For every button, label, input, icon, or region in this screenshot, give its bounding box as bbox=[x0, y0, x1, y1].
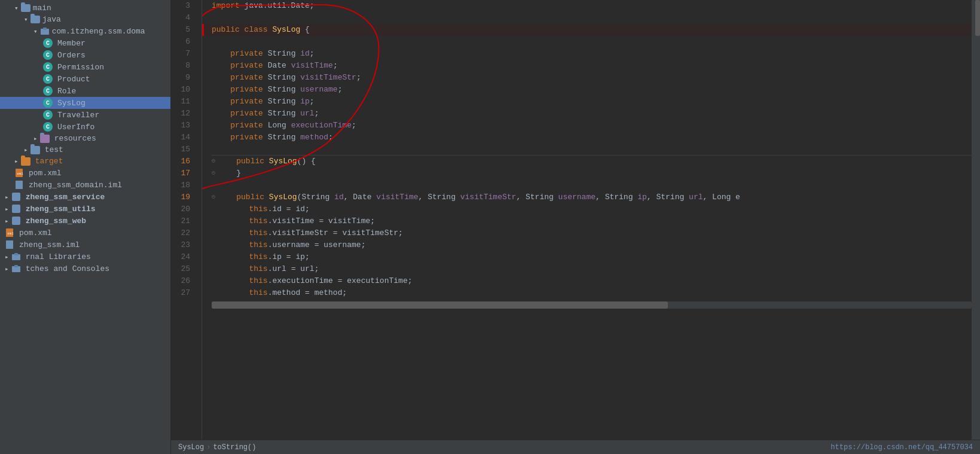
sidebar-item-ssm-iml[interactable]: zheng_ssm.iml bbox=[0, 239, 170, 251]
sidebar-item-package[interactable]: com.itzheng.ssm.doma bbox=[0, 25, 170, 37]
code-line-8: private Date visitTime; bbox=[212, 60, 972, 72]
token bbox=[218, 191, 236, 203]
sidebar-item-label: tches and Consoles bbox=[26, 264, 109, 273]
line-num: 16 bbox=[171, 156, 196, 167]
line-num: 17 bbox=[171, 167, 196, 179]
token: ; bbox=[333, 60, 338, 72]
sidebar-item-resources[interactable]: resources bbox=[0, 133, 170, 144]
token: ; bbox=[310, 0, 315, 12]
module-icon bbox=[11, 204, 21, 214]
sidebar-item-test[interactable]: test bbox=[0, 144, 170, 156]
token: .ip = ip; bbox=[268, 251, 310, 263]
module-icon bbox=[11, 216, 21, 226]
class-icon: C bbox=[43, 50, 53, 60]
token: username bbox=[300, 84, 337, 96]
v-scroll-track[interactable] bbox=[975, 0, 980, 440]
svg-rect-10 bbox=[6, 240, 13, 249]
sidebar-item-syslog[interactable]: C SysLog bbox=[0, 97, 170, 109]
sidebar-item-role[interactable]: C Role bbox=[0, 85, 170, 97]
sidebar-item-pomxml[interactable]: xml pom.xml bbox=[0, 167, 170, 179]
token: public bbox=[236, 191, 269, 203]
token: visitTimeStr bbox=[460, 191, 517, 203]
token: String bbox=[268, 72, 301, 84]
folder-target-icon bbox=[21, 157, 30, 166]
class-icon: C bbox=[43, 86, 53, 96]
class-icon: C bbox=[43, 98, 53, 108]
token: this bbox=[249, 287, 267, 299]
arrow-closed-icon bbox=[5, 205, 9, 214]
sidebar-item-web[interactable]: zheng_ssm_web bbox=[0, 215, 170, 227]
folder-java-icon bbox=[30, 16, 40, 23]
arrow-closed-icon bbox=[5, 252, 9, 261]
sidebar-item-label: java bbox=[42, 15, 61, 24]
sidebar-item-service[interactable]: zheng_ssm_service bbox=[0, 191, 170, 203]
status-bar: SysLog › toString() https://blog.csdn.ne… bbox=[171, 440, 980, 454]
class-icon: C bbox=[43, 74, 53, 84]
sidebar-item-ext-libs[interactable]: rnal Libraries bbox=[0, 251, 170, 263]
h-scroll-bar[interactable] bbox=[212, 301, 972, 309]
sidebar-item-member[interactable]: C Member bbox=[0, 37, 170, 49]
token: this bbox=[249, 275, 267, 287]
sidebar-item-main[interactable]: main bbox=[0, 2, 170, 14]
token: Date bbox=[353, 191, 376, 203]
token: String bbox=[656, 191, 689, 203]
h-scroll-thumb[interactable] bbox=[212, 301, 668, 309]
sidebar-item-scratches[interactable]: tches and Consoles bbox=[0, 263, 170, 275]
sidebar-item-userinfo[interactable]: C UserInfo bbox=[0, 121, 170, 133]
line-num: 26 bbox=[171, 275, 196, 287]
token bbox=[212, 275, 249, 287]
svg-rect-7 bbox=[12, 217, 20, 225]
sidebar-item-product[interactable]: C Product bbox=[0, 73, 170, 85]
token: () { bbox=[297, 156, 316, 167]
editor: 3 4 5 6 7 8 9 10 11 12 13 14 15 16 17 18… bbox=[171, 0, 980, 454]
arrow-closed-icon bbox=[24, 145, 28, 154]
class-icon: C bbox=[43, 62, 53, 72]
code-line-6 bbox=[212, 36, 972, 48]
sidebar-item-pom2[interactable]: xml pom.xml bbox=[0, 227, 170, 239]
sidebar-item-orders[interactable]: C Orders bbox=[0, 49, 170, 61]
token: .executionTime = executionTime; bbox=[268, 275, 413, 287]
sidebar-item-utils[interactable]: zheng_ssm_utils bbox=[0, 203, 170, 215]
fold-icon[interactable]: ⊝ bbox=[212, 191, 215, 203]
code-line-7: private String id; bbox=[212, 48, 972, 60]
token: , bbox=[516, 191, 526, 203]
token: url bbox=[689, 191, 703, 203]
code-line-3: import java.util.Date; bbox=[212, 0, 972, 12]
sidebar-item-iml[interactable]: zheng_ssm_domain.iml bbox=[0, 179, 170, 191]
code-line-5: public class SysLog { bbox=[202, 24, 972, 36]
sidebar-item-label: zheng_ssm_domain.iml bbox=[29, 181, 122, 190]
fold-icon[interactable]: ⊝ bbox=[212, 156, 215, 167]
line-num: 22 bbox=[171, 227, 196, 239]
code-line-21: this.visitTime = visitTime; bbox=[212, 215, 972, 227]
token bbox=[212, 287, 249, 299]
sidebar-item-label: Traveller bbox=[57, 111, 99, 120]
token: method bbox=[300, 132, 328, 144]
sidebar: main java com.itzheng.ssm.doma C Member … bbox=[0, 0, 171, 454]
token: , bbox=[419, 191, 428, 203]
sidebar-item-permission[interactable]: C Permission bbox=[0, 61, 170, 73]
class-icon: C bbox=[43, 122, 53, 132]
code-line-14: private String method; bbox=[212, 132, 972, 144]
sidebar-item-label: Orders bbox=[57, 51, 86, 60]
code-line-22: this.visitTimeStr = visitTimeStr; bbox=[212, 227, 972, 239]
svg-text:xml: xml bbox=[17, 172, 23, 176]
sidebar-item-target[interactable]: target bbox=[0, 156, 170, 167]
code-content[interactable]: import java.util.Date; public class SysL… bbox=[202, 0, 972, 440]
fold-icon[interactable]: ⊝ bbox=[212, 167, 215, 179]
sidebar-item-traveller[interactable]: C Traveller bbox=[0, 109, 170, 121]
code-line-16: ⊝ public SysLog() { bbox=[212, 156, 972, 167]
module-icon bbox=[11, 192, 21, 202]
token bbox=[212, 251, 249, 263]
arrow-open-icon bbox=[33, 27, 38, 36]
v-scroll-thumb[interactable] bbox=[975, 0, 980, 36]
token: public bbox=[212, 24, 245, 36]
token: SysLog bbox=[269, 191, 297, 203]
sidebar-item-label: zheng_ssm_utils bbox=[26, 205, 96, 214]
breadcrumb-class: SysLog bbox=[178, 443, 204, 452]
code-line-13: private Long executionTime; bbox=[212, 120, 972, 132]
sidebar-item-java[interactable]: java bbox=[0, 14, 170, 25]
token bbox=[212, 132, 230, 144]
code-line-26: this.executionTime = executionTime; bbox=[212, 275, 972, 287]
token: this bbox=[249, 227, 267, 239]
token: Long bbox=[268, 120, 291, 132]
